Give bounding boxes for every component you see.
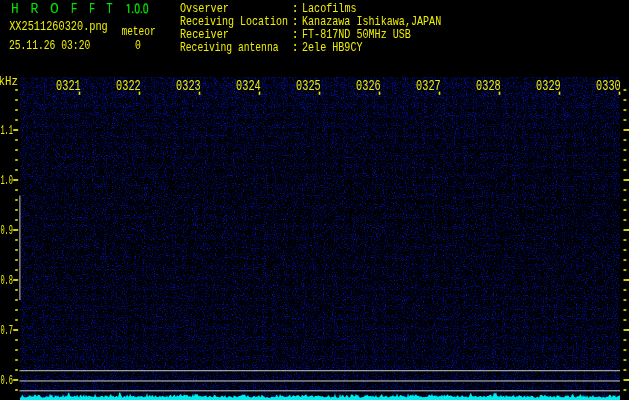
svg-text:1.0: 1.0 (0, 174, 13, 188)
svg-text:F: F (71, 1, 78, 18)
svg-text:2ele HB9CY: 2ele HB9CY (302, 40, 363, 55)
svg-text:Receiving antenna: Receiving antenna (180, 40, 279, 55)
svg-text:0.8: 0.8 (0, 274, 13, 288)
svg-text:XX2511260320.png: XX2511260320.png (9, 19, 108, 34)
svg-text:1.1: 1.1 (0, 124, 13, 138)
svg-text:0.9: 0.9 (0, 224, 13, 238)
svg-text:0322: 0322 (116, 78, 141, 95)
svg-text::: : (291, 40, 299, 55)
svg-text:F: F (89, 1, 95, 18)
svg-text:0: 0 (135, 38, 141, 53)
svg-text:0323: 0323 (176, 78, 201, 95)
svg-text:0328: 0328 (476, 78, 501, 95)
svg-text:0324: 0324 (236, 78, 261, 95)
svg-text:kHz: kHz (0, 74, 18, 89)
svg-text:0329: 0329 (536, 78, 561, 95)
svg-text:0.6: 0.6 (0, 374, 13, 388)
svg-text:0326: 0326 (356, 78, 381, 95)
svg-text:0327: 0327 (416, 78, 441, 95)
svg-text:25.11.26 03:20: 25.11.26 03:20 (9, 38, 90, 53)
svg-text:H: H (11, 1, 19, 18)
svg-text:0321: 0321 (56, 78, 81, 95)
svg-text:0330: 0330 (596, 78, 621, 95)
svg-text:0.7: 0.7 (0, 324, 13, 338)
svg-text:R: R (30, 1, 38, 18)
svg-text:meteor: meteor (121, 24, 155, 39)
svg-text:O: O (50, 1, 59, 18)
svg-text:T: T (106, 1, 112, 18)
svg-text:0325: 0325 (296, 78, 321, 95)
